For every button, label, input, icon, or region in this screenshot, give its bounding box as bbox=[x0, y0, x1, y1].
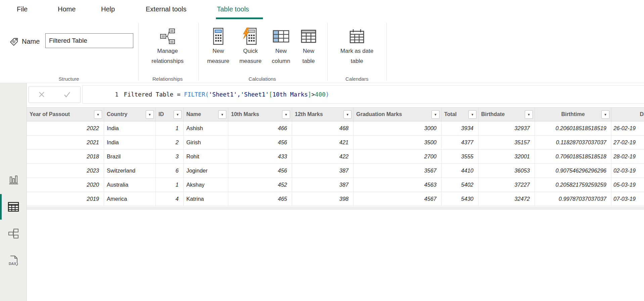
cell-graduation-marks: 4567 bbox=[354, 192, 442, 206]
menu-item-file[interactable]: File bbox=[17, 5, 28, 13]
manage-relationships-button[interactable]: Manage relationships bbox=[142, 27, 193, 66]
cell-birthtime: 0.99787037037037 bbox=[535, 192, 611, 206]
new-measure-button[interactable]: New measure bbox=[203, 27, 234, 66]
cell-10th-marks: 456 bbox=[228, 136, 292, 149]
cell-year-of-passout: 2021 bbox=[27, 136, 104, 149]
cell-birthtime: 0.205821759259259 bbox=[535, 178, 611, 192]
column-header-year-of-passout[interactable]: Year of Passout▼ bbox=[27, 108, 104, 121]
column-filter-dropdown[interactable]: ▼ bbox=[146, 110, 154, 119]
column-header-label: Birthtime bbox=[561, 111, 585, 117]
cell-name: Girish bbox=[184, 136, 228, 149]
cell-12th-marks: 422 bbox=[292, 150, 354, 163]
cell-year-of-passout: 2023 bbox=[27, 164, 104, 178]
new-table-button[interactable]: New table bbox=[296, 27, 321, 66]
button-label: Mark as date table bbox=[334, 46, 379, 66]
cell-birthdate: 32472 bbox=[478, 192, 535, 206]
mark-as-date-table-button[interactable]: Mark as date table bbox=[334, 27, 379, 66]
ribbon-divider bbox=[327, 23, 328, 81]
calculator-icon bbox=[211, 27, 226, 46]
calculator-lightning-icon bbox=[242, 27, 259, 46]
column-filter-dropdown[interactable]: ▼ bbox=[282, 110, 290, 119]
column-filter-dropdown[interactable]: ▼ bbox=[525, 110, 533, 119]
formula-token: > bbox=[311, 91, 315, 98]
cell-total: 4410 bbox=[442, 164, 478, 178]
column-filter-dropdown[interactable]: ▼ bbox=[468, 110, 476, 119]
column-header-12th-marks[interactable]: 12th Marks▼ bbox=[292, 108, 354, 121]
column-header-birthtime[interactable]: Birthtime▼ bbox=[535, 108, 611, 121]
cell-da: 26-02-19 bbox=[611, 121, 644, 135]
column-header-country[interactable]: Country▼ bbox=[104, 108, 156, 121]
table-gray-header-icon bbox=[300, 27, 317, 46]
ribbon-divider bbox=[138, 23, 139, 81]
cell-graduation-marks: 4563 bbox=[354, 178, 442, 192]
column-header-da[interactable]: Da bbox=[611, 108, 644, 121]
column-filter-dropdown[interactable]: ▼ bbox=[218, 110, 226, 119]
cell-graduation-marks: 3500 bbox=[354, 136, 442, 149]
menu-item-home[interactable]: Home bbox=[58, 5, 76, 13]
cell-total: 3555 bbox=[442, 150, 478, 163]
menu-item-help[interactable]: Help bbox=[101, 5, 115, 13]
cell-name: Akshay bbox=[184, 178, 228, 192]
column-header-10th-marks[interactable]: 10th Marks▼ bbox=[228, 108, 292, 121]
cell-10th-marks: 465 bbox=[228, 192, 292, 206]
cell-graduation-marks: 3567 bbox=[354, 164, 442, 178]
column-header-name[interactable]: Name▼ bbox=[184, 108, 228, 121]
quick-measure-button[interactable]: Quick measure bbox=[234, 27, 267, 66]
formula-token: [ bbox=[269, 91, 273, 98]
cell-graduation-marks: 2700 bbox=[354, 150, 442, 163]
table-row: 2023Switzerland6Joginder4563873567441036… bbox=[27, 164, 644, 178]
commit-formula-button[interactable] bbox=[63, 91, 71, 98]
powerbi-data-view: File Home Help External tools Table tool… bbox=[0, 0, 644, 301]
cell-year-of-passout: 2022 bbox=[27, 121, 104, 135]
cell-id: 1 bbox=[156, 178, 184, 192]
column-header-label: Country bbox=[104, 111, 127, 117]
cell-total: 4377 bbox=[442, 136, 478, 149]
cell-birthdate: 32937 bbox=[478, 121, 535, 135]
cell-da: 27-02-19 bbox=[611, 136, 644, 149]
group-label-structure: Structure bbox=[59, 76, 79, 82]
cell-id: 2 bbox=[156, 136, 184, 149]
table-row: 2022India1Ashish46646830003934329370.206… bbox=[27, 121, 644, 136]
new-column-button[interactable]: New column bbox=[267, 27, 295, 66]
dax-query-view-button[interactable]: DAX bbox=[0, 248, 27, 273]
column-header-graduation-marks[interactable]: Graduation Marks▼ bbox=[354, 108, 442, 121]
cell-name: Ashish bbox=[184, 121, 228, 135]
table-row: 2019America4Katrina46539845675430324720.… bbox=[27, 192, 644, 206]
column-header-birthdate[interactable]: Birthdate▼ bbox=[478, 108, 535, 121]
column-filter-dropdown[interactable]: ▼ bbox=[343, 110, 352, 119]
cell-country: India bbox=[104, 136, 156, 149]
table-view-button[interactable] bbox=[0, 194, 27, 220]
cell-id: 4 bbox=[156, 192, 184, 206]
column-filter-dropdown[interactable]: ▼ bbox=[601, 110, 609, 119]
calendar-icon bbox=[348, 27, 366, 46]
ribbon-divider bbox=[386, 23, 387, 81]
cell-graduation-marks: 3000 bbox=[354, 121, 442, 135]
column-header-id[interactable]: ID▼ bbox=[156, 108, 184, 121]
cell-id: 1 bbox=[156, 121, 184, 135]
cell-country: Brazil bbox=[104, 150, 156, 163]
column-header-total[interactable]: Total▼ bbox=[442, 108, 478, 121]
column-filter-dropdown[interactable]: ▼ bbox=[94, 110, 102, 119]
cell-birthtime: 0.118287037037037 bbox=[535, 136, 611, 149]
menu-item-external-tools[interactable]: External tools bbox=[146, 5, 186, 13]
menu-item-table-tools-active[interactable]: Table tools bbox=[217, 5, 249, 13]
group-label-relationships: Relationships bbox=[152, 76, 183, 82]
cancel-formula-button[interactable] bbox=[38, 91, 45, 98]
column-header-label: Name bbox=[184, 111, 201, 117]
cell-country: India bbox=[104, 121, 156, 135]
table-name-input[interactable] bbox=[45, 33, 133, 48]
report-view-button[interactable] bbox=[0, 167, 27, 193]
cell-12th-marks: 398 bbox=[292, 192, 354, 206]
dax-formula-input[interactable]: 1Filtered Table = FILTER('Sheet1','Sheet… bbox=[82, 85, 644, 104]
formula-token: 400 bbox=[315, 91, 326, 98]
cell-birthtime: 0.907546296296296 bbox=[535, 164, 611, 178]
formula-token: ] bbox=[308, 91, 312, 98]
column-filter-dropdown[interactable]: ▼ bbox=[174, 110, 182, 119]
cell-10th-marks: 466 bbox=[228, 121, 292, 135]
cell-year-of-passout: 2019 bbox=[27, 192, 104, 206]
horizontal-scrollbar[interactable] bbox=[27, 207, 644, 210]
column-filter-dropdown[interactable]: ▼ bbox=[431, 110, 440, 119]
formula-token: Filtered Table = bbox=[124, 91, 184, 98]
report-view-icon bbox=[7, 174, 19, 186]
model-view-button[interactable] bbox=[0, 221, 27, 247]
